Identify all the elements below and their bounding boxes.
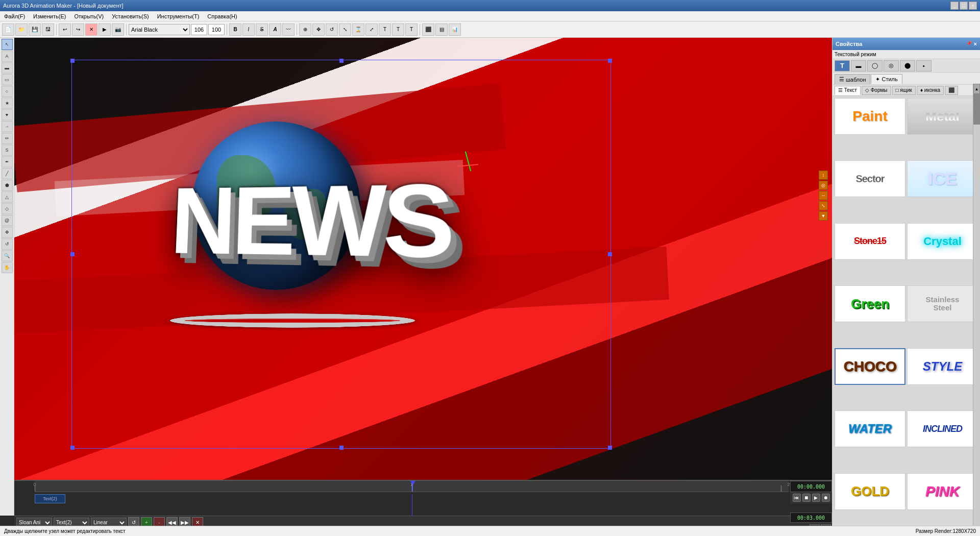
triangle-tool[interactable]: △: [2, 191, 13, 203]
open-btn[interactable]: 📁: [15, 23, 28, 36]
subtab-box[interactable]: □ ящик: [892, 86, 916, 95]
style-sector[interactable]: Sector: [835, 160, 905, 197]
sub-tabs: ☰ Текст ◇ Формы □ ящик ♦ иконка ⬛: [832, 85, 980, 96]
style-choco[interactable]: CHOCO: [835, 348, 905, 385]
tab-template[interactable]: ☰шаблон: [835, 74, 870, 84]
italic-btn[interactable]: I: [242, 23, 255, 36]
new-btn[interactable]: 📄: [2, 23, 14, 36]
play-transport-btn[interactable]: ▶: [812, 494, 820, 502]
undo-btn[interactable]: ↩: [59, 23, 71, 36]
menu-help[interactable]: Справка(H): [205, 12, 239, 20]
subtab-shapes[interactable]: ◇ Формы: [862, 86, 891, 95]
styles-scrollbar[interactable]: ▲ ▼: [973, 84, 980, 536]
circle-tool[interactable]: ○: [2, 86, 13, 97]
s-tool[interactable]: S: [2, 144, 13, 156]
canvas-viewport[interactable]: NEWS ↕ ◎: [14, 38, 832, 480]
font-selector[interactable]: Arial Black Arial Impact: [129, 24, 190, 35]
style-crystal[interactable]: Crystal: [907, 223, 978, 260]
round-rect-tool[interactable]: ▭: [2, 74, 13, 85]
font-size-input[interactable]: [191, 24, 207, 35]
menu-setup[interactable]: Установить(S): [110, 12, 151, 20]
path-btn[interactable]: ⤢: [365, 23, 378, 36]
style-paint[interactable]: Paint: [835, 98, 905, 135]
stop-btn[interactable]: ✕: [85, 23, 97, 36]
play-btn[interactable]: ▶: [99, 23, 111, 36]
style-pink[interactable]: PINK: [907, 473, 978, 510]
diamond-tool[interactable]: ◇: [2, 203, 13, 214]
transform-widget[interactable]: ↕ ◎ ↔ ⤡ ▼: [819, 170, 828, 221]
titlebar: Aurora 3D Animation Maker - [Новый докум…: [0, 0, 980, 11]
text-tool[interactable]: A: [2, 51, 13, 62]
time-display-total: 00:03.000: [790, 513, 832, 523]
menu-file[interactable]: Файл(F): [2, 12, 27, 20]
hand-tool[interactable]: ✋: [2, 262, 13, 273]
t1-btn[interactable]: T: [379, 23, 391, 36]
main-tabs: ☰шаблон ✦Стиль: [832, 72, 980, 85]
style-style[interactable]: STYLE: [907, 348, 978, 385]
font-scale-input[interactable]: [208, 24, 225, 35]
text-style-btn[interactable]: A: [269, 23, 281, 36]
style-ice[interactable]: ICE: [907, 160, 978, 197]
align-btn[interactable]: ⊕: [299, 23, 311, 36]
track-block: Text(2): [35, 494, 65, 503]
spiral-tool[interactable]: @: [2, 215, 13, 226]
line-tool[interactable]: ╱: [2, 168, 13, 179]
wave-btn[interactable]: 〰: [282, 23, 295, 36]
subtab-text[interactable]: ☰ Текст: [835, 86, 861, 95]
style-inclined[interactable]: INCLINED: [907, 410, 978, 447]
props-close-btn[interactable]: ×: [974, 41, 977, 47]
t2-btn[interactable]: T: [392, 23, 404, 36]
star-tool[interactable]: ★: [2, 98, 13, 109]
subtab-icon[interactable]: ♦ иконка: [917, 86, 944, 95]
style-stone15[interactable]: Stone15: [835, 223, 905, 260]
rect-tool[interactable]: ▬: [2, 62, 13, 74]
style-green[interactable]: Green: [835, 285, 905, 322]
style-water[interactable]: WATER: [835, 410, 905, 447]
record-btn[interactable]: ⏺: [822, 494, 830, 502]
style-metal[interactable]: Metal: [907, 98, 978, 135]
scale-btn[interactable]: ⤡: [339, 23, 351, 36]
render-btn[interactable]: 📷: [112, 23, 124, 36]
mode-text-btn[interactable]: T: [835, 60, 850, 71]
rotate-btn[interactable]: ↺: [326, 23, 338, 36]
move-btn[interactable]: ✥: [312, 23, 325, 36]
brush-tool[interactable]: ✏: [2, 133, 13, 144]
pen-tool[interactable]: ✒: [2, 156, 13, 167]
close-btn[interactable]: ×: [969, 2, 977, 10]
style-stainless-steel[interactable]: StainlessSteel: [907, 285, 978, 322]
mode-shadow-btn[interactable]: ▪: [916, 60, 932, 71]
strikethrough-btn[interactable]: S: [256, 23, 268, 36]
arrow-tool[interactable]: →: [2, 121, 13, 132]
window-controls[interactable]: _ □ ×: [950, 2, 977, 10]
minimize-btn[interactable]: _: [950, 2, 959, 10]
zoom-tool[interactable]: 🔍: [2, 250, 13, 261]
mode-round-btn[interactable]: ◯: [867, 60, 883, 71]
stop-transport-btn[interactable]: ⏹: [802, 494, 811, 502]
tab-style[interactable]: ✦Стиль: [871, 74, 902, 84]
mode-rect-btn[interactable]: ▬: [851, 60, 866, 71]
anim-btn[interactable]: ⌛: [352, 23, 364, 36]
mode-ring-btn[interactable]: ◎: [884, 60, 899, 71]
bold-btn[interactable]: B: [229, 23, 241, 36]
redo-btn[interactable]: ↪: [72, 23, 84, 36]
move3d-tool[interactable]: ✥: [2, 227, 13, 238]
export3-btn[interactable]: 📊: [449, 23, 461, 36]
menu-edit[interactable]: Изменить(E): [31, 12, 68, 20]
maximize-btn[interactable]: □: [960, 2, 968, 10]
export2-btn[interactable]: ▤: [435, 23, 448, 36]
shape-tool[interactable]: ⬟: [2, 180, 13, 191]
mode-filled-btn[interactable]: ⬤: [900, 60, 915, 71]
menu-tools[interactable]: Инструменты(T): [155, 12, 202, 20]
save-btn[interactable]: 💾: [29, 23, 41, 36]
t3-btn[interactable]: T: [405, 23, 418, 36]
rewind-btn[interactable]: ⏮: [793, 494, 801, 502]
select-tool[interactable]: ↖: [2, 39, 13, 50]
heart-tool[interactable]: ♥: [2, 109, 13, 120]
save-as-btn[interactable]: 🖫: [42, 23, 54, 36]
rotate3d-tool[interactable]: ↺: [2, 238, 13, 250]
props-pin-btn[interactable]: 📌: [966, 41, 972, 47]
menu-open[interactable]: Открыть(V): [72, 12, 106, 20]
export1-btn[interactable]: ⬛: [422, 23, 434, 36]
style-gold[interactable]: GOLD: [835, 473, 905, 510]
subtab-extra[interactable]: ⬛: [945, 86, 958, 95]
